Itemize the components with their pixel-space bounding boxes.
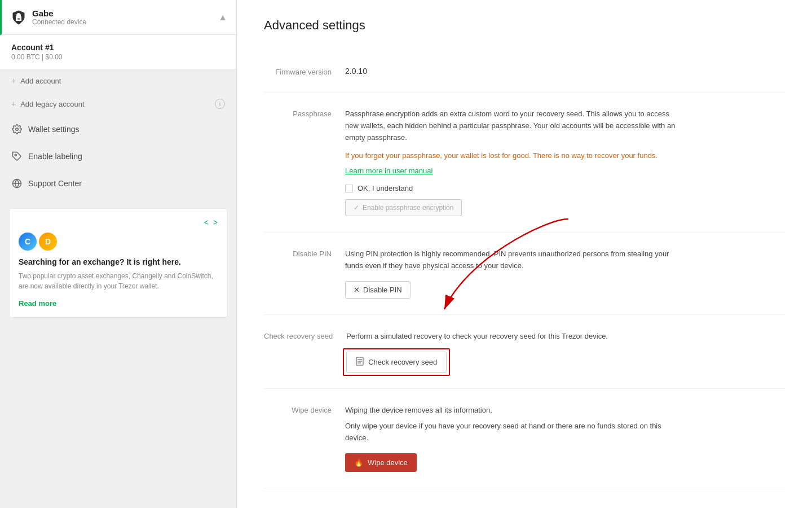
wipe-warning: Only wipe your device if you have your r… bbox=[345, 421, 683, 444]
enable-passphrase-button[interactable]: ✓ Enable passphrase encryption bbox=[345, 199, 462, 216]
check-seed-desc: Perform a simulated recovery to check yo… bbox=[346, 331, 685, 343]
check-seed-btn-label: Check recovery seed bbox=[368, 358, 437, 366]
device-name: Gabe bbox=[32, 8, 86, 18]
trezor-icon bbox=[11, 10, 27, 25]
add-legacy-account-button[interactable]: + Add legacy account i bbox=[0, 92, 236, 116]
device-status: Connected device bbox=[32, 18, 86, 26]
sidebar-item-enable-labeling[interactable]: Enable labeling bbox=[0, 143, 236, 170]
device-bar: Gabe Connected device ▲ bbox=[0, 0, 236, 35]
promo-card: < > C D Searching for an exchange? It is… bbox=[9, 208, 227, 318]
account-name: Account #1 bbox=[11, 43, 225, 52]
wipe-device-label: Wipe device bbox=[264, 405, 332, 472]
add-account-label: Add account bbox=[20, 77, 61, 85]
wipe-desc: Wiping the device removes all its inform… bbox=[345, 405, 683, 417]
passphrase-warning: If you forget your passphrase, your wall… bbox=[345, 150, 683, 162]
support-center-label: Support Center bbox=[28, 179, 82, 188]
promo-desc: Two popular crypto asset exchanges, Chan… bbox=[19, 271, 218, 291]
add-legacy-label: Add legacy account bbox=[20, 100, 84, 108]
account-section: Account #1 0.00 BTC | $0.00 bbox=[0, 35, 236, 69]
disable-pin-label: Disable PIN bbox=[264, 248, 332, 299]
check-recovery-section: Check recovery seed Perform a simulated … bbox=[264, 315, 785, 389]
disable-pin-desc: Using PIN protection is highly recommend… bbox=[345, 248, 683, 272]
firmware-label: Firmware version bbox=[264, 67, 332, 76]
enable-passphrase-label: Enable passphrase encryption bbox=[363, 204, 453, 212]
globe-icon bbox=[11, 178, 23, 189]
account-balance: 0.00 BTC | $0.00 bbox=[11, 53, 225, 61]
wipe-device-button[interactable]: 🔥 Wipe device bbox=[345, 453, 417, 472]
disable-pin-section: Disable PIN Using PIN protection is high… bbox=[264, 233, 785, 315]
wallet-settings-label: Wallet settings bbox=[28, 125, 80, 134]
info-icon[interactable]: i bbox=[215, 99, 225, 109]
promo-title: Searching for an exchange? It is right h… bbox=[19, 257, 218, 266]
check-recovery-seed-button[interactable]: Check recovery seed bbox=[346, 352, 447, 373]
passphrase-desc: Passphrase encryption adds an extra cust… bbox=[345, 108, 683, 143]
plus-icon: + bbox=[11, 76, 16, 85]
coinswitch-logo: D bbox=[39, 233, 57, 251]
seed-icon bbox=[356, 357, 364, 367]
svg-point-1 bbox=[16, 128, 19, 131]
firmware-section: Firmware version 2.0.10 bbox=[264, 51, 785, 93]
learn-more-link[interactable]: Learn more in user manual bbox=[345, 167, 683, 175]
firmware-value: 2.0.10 bbox=[345, 67, 683, 76]
checkmark-icon: ✓ bbox=[354, 204, 359, 212]
wipe-device-btn-label: Wipe device bbox=[368, 458, 408, 467]
check-seed-btn-wrapper: Check recovery seed bbox=[346, 352, 447, 373]
wipe-device-section: Wipe device Wiping the device removes al… bbox=[264, 389, 785, 488]
fire-icon: 🔥 bbox=[354, 458, 363, 467]
tag-icon bbox=[11, 151, 23, 162]
gear-icon bbox=[11, 124, 23, 135]
promo-prev[interactable]: < bbox=[204, 218, 209, 227]
changelly-logo: C bbox=[19, 233, 37, 251]
svg-point-2 bbox=[15, 154, 16, 156]
main-content: Advanced settings Firmware version 2.0.1… bbox=[237, 0, 812, 508]
enable-labeling-label: Enable labeling bbox=[28, 152, 82, 161]
promo-read-more-link[interactable]: Read more bbox=[19, 299, 56, 308]
sidebar-item-support-center[interactable]: Support Center bbox=[0, 170, 236, 197]
plus-icon-legacy: + bbox=[11, 99, 16, 108]
device-text: Gabe Connected device bbox=[32, 8, 86, 26]
check-recovery-label: Check recovery seed bbox=[264, 331, 333, 373]
disable-pin-button[interactable]: ✕ Disable PIN bbox=[345, 281, 411, 299]
promo-next[interactable]: > bbox=[213, 218, 218, 227]
promo-logos: C D bbox=[19, 233, 218, 251]
x-icon: ✕ bbox=[354, 286, 360, 294]
device-info: Gabe Connected device bbox=[11, 8, 86, 26]
ok-understand-label: OK, I understand bbox=[358, 184, 413, 192]
passphrase-label: Passphrase bbox=[264, 108, 332, 216]
add-account-button[interactable]: + Add account bbox=[0, 69, 236, 92]
sidebar-item-wallet-settings[interactable]: Wallet settings bbox=[0, 116, 236, 143]
ok-understand-checkbox[interactable] bbox=[345, 185, 353, 192]
disable-pin-btn-label: Disable PIN bbox=[363, 286, 402, 294]
promo-nav: < > bbox=[19, 218, 218, 227]
ok-understand-row: OK, I understand bbox=[345, 184, 683, 192]
sidebar: Gabe Connected device ▲ Account #1 0.00 … bbox=[0, 0, 237, 508]
svg-rect-0 bbox=[17, 18, 20, 20]
eject-button[interactable]: ▲ bbox=[218, 12, 227, 23]
passphrase-section: Passphrase Passphrase encryption adds an… bbox=[264, 93, 785, 233]
page-title: Advanced settings bbox=[264, 18, 785, 33]
